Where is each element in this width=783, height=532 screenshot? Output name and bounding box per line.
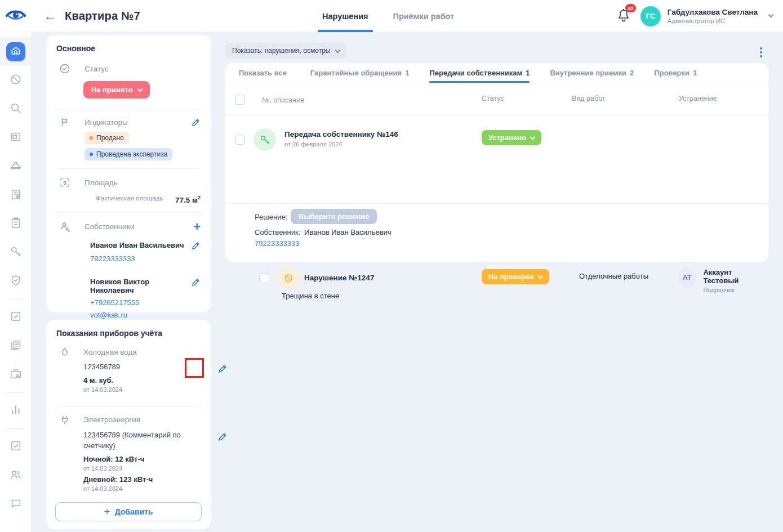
- electricity-night-reading: Ночной: 12 кВт-ч: [83, 455, 201, 463]
- tab-work-acceptances[interactable]: Приёмки работ: [393, 0, 455, 32]
- meters-panel: Показания приборов учёта Холодная вода 1…: [46, 320, 211, 529]
- decision-label: Решение:: [255, 213, 287, 221]
- hardhat-icon: [10, 159, 22, 173]
- row-checkbox[interactable]: [259, 273, 269, 283]
- svg-text:S: S: [63, 180, 66, 186]
- column-status: Статус: [482, 95, 504, 102]
- area-value: 77.5 м2: [175, 195, 201, 204]
- shield-check-icon: [10, 274, 22, 288]
- more-options-button[interactable]: [758, 45, 764, 60]
- area-label: Площадь: [84, 178, 201, 187]
- sidebar-item-analytics[interactable]: [0, 396, 31, 425]
- edit-electricity-button[interactable]: [217, 432, 228, 442]
- user-role: Администратор ИС: [668, 17, 758, 24]
- chevron-down-icon: [768, 12, 774, 18]
- user-avatar: ГС: [640, 6, 661, 26]
- tab-warranty-requests[interactable]: Гарантийные обращения1: [310, 63, 410, 83]
- task-check-icon: [10, 310, 22, 324]
- transfer-status-dropdown[interactable]: Устранено: [482, 130, 541, 145]
- assignee-name: Аккаунт Тестовый: [703, 268, 768, 285]
- user-menu[interactable]: ГС Габдулхакова Светлана Администратор И…: [640, 6, 773, 26]
- edit-owner-button[interactable]: [191, 278, 201, 287]
- sidebar-item-home[interactable]: [0, 37, 31, 66]
- sidebar-item-chat[interactable]: [0, 490, 31, 518]
- sidebar-item-panel[interactable]: [0, 123, 31, 152]
- app-logo[interactable]: [0, 8, 31, 24]
- sidebar-item-templates[interactable]: [0, 332, 31, 360]
- add-owner-button[interactable]: +: [193, 221, 201, 233]
- edit-owner-button[interactable]: [191, 241, 201, 251]
- owner-item: Иванов Иван Васильевич 79223333333: [90, 241, 201, 263]
- chat-icon: [10, 497, 22, 511]
- sidebar-item-documents[interactable]: [0, 209, 31, 238]
- sidebar-item-search[interactable]: [0, 95, 31, 123]
- show-filter-label: Показать: нарушения, осмотры: [232, 47, 330, 55]
- sidebar-item-acts[interactable]: [0, 181, 31, 209]
- owner-email-link[interactable]: vot@kak.ru: [90, 311, 201, 319]
- column-fix: Устранение: [679, 95, 717, 102]
- add-meter-label: Добавить: [115, 507, 153, 516]
- tab-violations-label: Нарушения: [322, 12, 368, 21]
- assignee-avatar: АТ: [678, 268, 696, 287]
- back-button[interactable]: ←: [43, 9, 57, 23]
- search-icon: [10, 102, 22, 116]
- cold-water-date: от 14.03.2024: [83, 386, 201, 393]
- sidebar-item-tasks[interactable]: [0, 303, 31, 332]
- owner-item: Новиков Виктор Николаевич +79265217555 v…: [90, 278, 201, 319]
- status-label: Статус: [84, 65, 201, 73]
- transfer-owner-phone[interactable]: 79223333333: [255, 239, 300, 248]
- row-divider: [225, 203, 768, 204]
- owner-phone-link[interactable]: 79223333333: [90, 254, 201, 263]
- column-description: №, описание: [262, 96, 304, 104]
- row-checkbox[interactable]: [235, 135, 245, 145]
- sidebar-item-keys[interactable]: [0, 238, 31, 267]
- sidebar-item-contractors[interactable]: [0, 360, 31, 389]
- indicators-label: Индикаторы: [84, 118, 191, 127]
- violation-title[interactable]: Нарушение №1247: [304, 274, 374, 282]
- prohibition-icon: [10, 73, 22, 87]
- tab-violations[interactable]: Нарушения: [322, 0, 368, 32]
- user-name: Габдулхакова Светлана: [668, 8, 758, 16]
- notifications-button[interactable]: 42: [617, 8, 630, 24]
- copy-icon: [10, 339, 22, 353]
- key-icon: [10, 245, 22, 260]
- panel-icon: [10, 131, 22, 145]
- tab-internal-acceptances[interactable]: Внутренние приемки2: [550, 63, 634, 83]
- sidebar-divider: [7, 428, 24, 429]
- sidebar-item-users[interactable]: [0, 461, 31, 490]
- meters-title: Показания приборов учёта: [56, 329, 201, 338]
- sidebar-item-warranty[interactable]: [0, 267, 31, 296]
- transfer-title[interactable]: Передача собственнику №146: [284, 130, 398, 138]
- sidebar-item-prohibitions[interactable]: [0, 66, 31, 95]
- status-dropdown[interactable]: Не принято: [83, 81, 150, 99]
- clipboard-check-icon: [10, 188, 22, 202]
- owner-phone-link[interactable]: +79265217555: [90, 298, 201, 307]
- cold-water-label: Холодная вода: [83, 348, 201, 356]
- chevron-down-icon: [530, 134, 535, 140]
- tab-inspections[interactable]: Проверки1: [654, 63, 697, 83]
- edit-indicators-button[interactable]: [191, 118, 201, 127]
- select-all-checkbox[interactable]: [235, 95, 245, 105]
- app-header: ← Квартира №7 Нарушения Приёмки работ 42…: [0, 0, 783, 32]
- key-circle-icon: [253, 128, 276, 151]
- electricity-serial: 123456789 (Комментарий по счетчику): [83, 430, 190, 451]
- flag-icon: [59, 117, 70, 127]
- tab-show-all[interactable]: Показать все: [239, 63, 290, 83]
- main-info-panel: Основное Статус Не принято Индикаторы Пр…: [46, 35, 211, 312]
- violation-work-type: Отделочные работы: [579, 272, 648, 280]
- edit-cold-water-button[interactable]: [217, 364, 291, 374]
- electricity-night-date: от 14.03.2024: [83, 465, 201, 472]
- sidebar-item-construction[interactable]: [0, 152, 31, 181]
- electricity-day-reading: Дневной: 123 кВт-ч: [83, 475, 201, 484]
- choose-decision-button[interactable]: Выберите решение: [291, 209, 377, 224]
- add-meter-button[interactable]: + Добавить: [55, 502, 202, 521]
- indicator-badge-expertise: Проведена экспертиза: [84, 148, 172, 160]
- table-header: №, описание Статус Вид работ Устранение: [225, 83, 768, 116]
- owners-label: Собственники: [84, 222, 193, 231]
- cold-water-reading: 4 м. куб.: [83, 376, 201, 385]
- show-filter-dropdown[interactable]: Показать: нарушения, осмотры: [225, 43, 346, 59]
- tab-owner-transfers[interactable]: Передачи собственникам1: [429, 63, 530, 83]
- notification-badge: 42: [625, 4, 636, 12]
- violation-status-dropdown[interactable]: На проверке: [482, 269, 549, 284]
- sidebar-item-checklists[interactable]: [0, 432, 31, 461]
